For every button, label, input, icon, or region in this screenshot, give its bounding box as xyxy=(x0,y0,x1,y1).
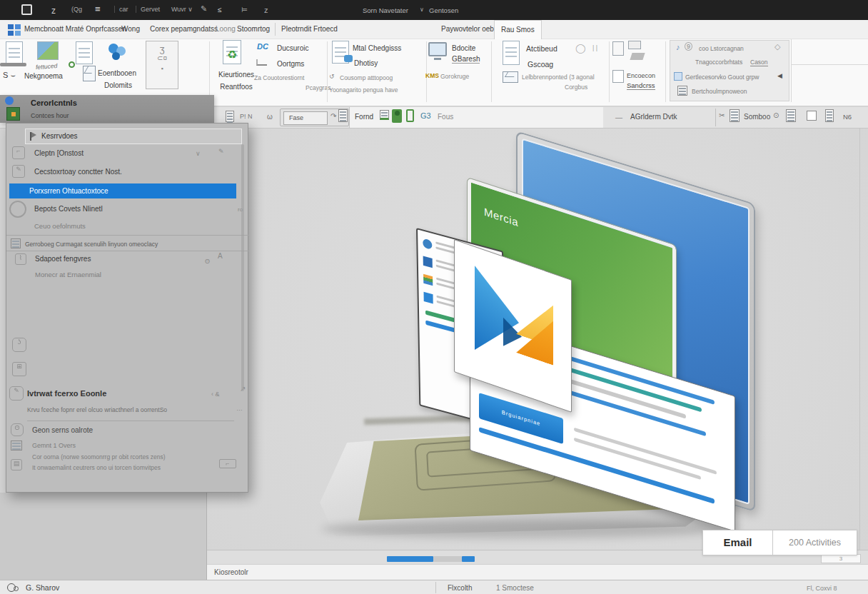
bottle-green-icon[interactable] xyxy=(406,109,414,122)
email-toggle-button[interactable]: Email xyxy=(702,530,773,555)
fase-input[interactable]: Fase xyxy=(283,111,328,125)
stack-icon[interactable] xyxy=(612,41,624,56)
tray-icon[interactable] xyxy=(628,41,641,49)
undo-icon: ↺ xyxy=(329,73,335,80)
scissors-icon[interactable]: ✂ xyxy=(719,111,725,119)
oortgms-button[interactable]: Oortgms xyxy=(277,60,304,68)
curve-arrow-icon[interactable]: ↷ xyxy=(330,112,336,120)
envelope-icon[interactable] xyxy=(503,71,518,83)
menu-item-customize[interactable]: Cecstoxrtoay conctter Nost. xyxy=(34,168,122,176)
tab-wong[interactable]: Wong xyxy=(121,25,140,33)
grid-icon[interactable] xyxy=(807,111,817,121)
n6-label[interactable]: N6 xyxy=(843,113,852,121)
list-icon[interactable] xyxy=(226,111,234,122)
app-grid-icon[interactable] xyxy=(8,24,21,36)
list-icon[interactable] xyxy=(730,109,740,122)
menu-item-open[interactable]: Cleptn [Onstost xyxy=(34,149,84,157)
activities-toggle-button[interactable]: 200 Activities xyxy=(773,530,857,555)
menu-search-input[interactable]: Kesrrvdoes xyxy=(25,129,242,144)
somboo-button[interactable]: Somboo xyxy=(744,113,770,121)
tab-loong[interactable]: Loong xyxy=(216,25,236,33)
titlebar-item-gervet[interactable]: Gervet xyxy=(136,6,160,13)
eoentbooen-button[interactable]: Eoentbooen xyxy=(98,69,136,77)
menu-bars-icon[interactable]: ≡ xyxy=(95,4,101,14)
tab-stoomrtog[interactable]: Stoomrtog xyxy=(237,25,270,33)
sandcrss-button[interactable]: Sandcrss xyxy=(627,81,655,90)
menu-item-overs[interactable]: Gemnt 1 Overs xyxy=(32,442,76,449)
menu-item-onwaemalint[interactable]: It onwaemalint ceutrers ono ui torcen ti… xyxy=(32,464,161,471)
cason-link[interactable]: Cason xyxy=(750,59,768,66)
titlebar-glyph[interactable]: z xyxy=(264,6,268,14)
menu-item-support[interactable]: Sdapoet fengvres xyxy=(35,255,91,263)
person-green-icon[interactable] xyxy=(392,109,402,123)
address-book-button[interactable]: AGrlderm Dvtk xyxy=(630,113,677,121)
monitor-icon[interactable] xyxy=(428,42,447,56)
dc-icon[interactable]: DC xyxy=(257,42,268,51)
menu-item-coroorna[interactable]: Cor oorna (norwe soomonrrg pr obit rcort… xyxy=(32,453,166,460)
tnagoccorbrhtats-link[interactable]: Tnagoccorbrhtats xyxy=(695,59,742,66)
pen-icon[interactable]: ✎ xyxy=(201,4,207,14)
dhotisy-button[interactable]: Dhotisy xyxy=(354,59,378,67)
image-icon[interactable] xyxy=(37,41,59,60)
couotorestiornt-button[interactable]: Za Couotorestiornt xyxy=(254,74,304,81)
bertchoulmpnoweon-link[interactable]: Bertchoulmpnoweon xyxy=(692,88,747,95)
kieurtiones-button-line2[interactable]: Reantfoos xyxy=(209,83,263,91)
list-icon[interactable] xyxy=(786,109,796,122)
chevron-down-icon[interactable]: ∨ xyxy=(196,150,201,157)
eoentbooen-button-line2[interactable]: Dolomits xyxy=(104,81,132,89)
titlebar-glyph[interactable]: ⊨ xyxy=(241,6,248,14)
omega-icon[interactable]: ω xyxy=(267,113,273,121)
gorokruge-button[interactable]: Gorokruge xyxy=(440,73,469,80)
quick-action-icon[interactable]: z xyxy=(51,6,56,16)
gertlecesorvko-link[interactable]: Gertlecesorvko Gouot grpw xyxy=(685,74,759,81)
encoecon-button[interactable]: Encoecon xyxy=(627,72,655,79)
gbaresh-link[interactable]: GBaresh xyxy=(452,55,480,64)
yoonagarito-button[interactable]: Yoonagarito pengua have xyxy=(329,86,398,94)
titlebar-item-wuvr[interactable]: Wuvr ∨ xyxy=(171,6,193,13)
fous-label[interactable]: Fous xyxy=(438,113,453,121)
gscoag-button[interactable]: Gscoag xyxy=(528,60,553,69)
sort-green-icon[interactable] xyxy=(380,110,389,120)
nav-arrows[interactable]: ‹ & xyxy=(211,391,220,398)
tab-pleotrndit[interactable]: Pleotrndit Frtoecd xyxy=(281,25,338,33)
menu-section-title[interactable]: Ivtrwat fcerxo Eoonle xyxy=(27,389,106,398)
menu-item-defaults[interactable]: Ceuo oefolnmuts xyxy=(34,222,86,230)
ribbon-label-s[interactable]: S ⌣ xyxy=(3,71,16,80)
menu-item-group-policy[interactable]: Gerroboeg Curmagat scenulih linyuon omeo… xyxy=(25,241,158,248)
ellipsis-icon[interactable]: … xyxy=(236,405,243,412)
g3-icon[interactable]: G3 xyxy=(420,111,431,120)
gallery-control[interactable]: ʒ⊂¤▪ xyxy=(146,41,178,89)
menu-scrollbar[interactable] xyxy=(241,144,244,391)
pn-buttons[interactable]: P! N xyxy=(240,113,253,120)
app-logo-icon[interactable] xyxy=(21,4,32,15)
titlebar-glyph[interactable]: ≤ xyxy=(218,6,222,14)
tab-rau-smos-active[interactable]: Rau Smos xyxy=(494,20,542,39)
tab-file[interactable]: Memcbnoatt Mraté Onprfcassen xyxy=(24,25,126,33)
paragraph-list-icon[interactable] xyxy=(338,109,348,122)
tab-corex[interactable]: Corex pepamgndatss xyxy=(150,25,218,33)
titlebar-item-car[interactable]: car xyxy=(114,6,128,13)
ducsuroic-button[interactable]: Ducsuroic xyxy=(277,44,308,52)
list-icon[interactable] xyxy=(825,109,834,122)
menu-item-monecr[interactable]: Monecr at Ernaenmial xyxy=(35,271,101,278)
quick-action-icon[interactable]: (Qg xyxy=(71,6,82,13)
document-icon[interactable] xyxy=(6,41,23,64)
mailbox-icon[interactable] xyxy=(83,66,96,81)
lelbbrennponted-button[interactable]: Lelbbrennponted (3 agonal xyxy=(522,74,595,81)
atctibeud-button[interactable]: Atctibeud xyxy=(526,44,557,53)
clock-icon[interactable]: ⊙ xyxy=(773,111,779,119)
lstorcagnan-link[interactable]: coo Lstorcagnan xyxy=(699,45,744,52)
new-group-button[interactable]: Nekgnoema xyxy=(24,72,63,80)
cousomp-button[interactable]: Cousomp atttopoog xyxy=(340,74,393,81)
form-icon[interactable] xyxy=(76,41,93,64)
menu-item-selected[interactable]: Porxsrren Ohtuactoxtoce xyxy=(9,183,236,198)
corgbus-button[interactable]: Corgbus xyxy=(565,84,587,91)
fornd-label[interactable]: Fornd xyxy=(355,113,373,121)
menu-item-export[interactable]: Bepots Covets Nlinetl xyxy=(34,205,103,213)
bdocite-button[interactable]: Bdocite xyxy=(452,44,475,52)
attribute-form-icon[interactable] xyxy=(503,41,520,65)
kms-wordmark[interactable]: KMS xyxy=(425,72,439,79)
mtal-chedgisss-button[interactable]: Mtal Chedgisss xyxy=(353,44,401,52)
blue-flower-icon[interactable] xyxy=(107,42,130,64)
menu-item-open-sent[interactable]: Geon serns oalrote xyxy=(32,426,93,434)
